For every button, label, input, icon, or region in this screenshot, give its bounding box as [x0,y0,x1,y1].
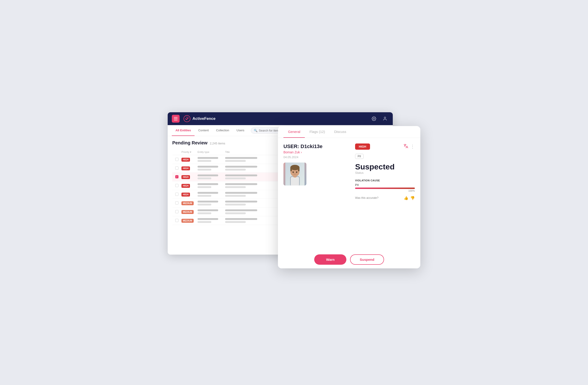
priority-badge: HIGH [181,175,190,179]
upload-date: 04.05.2024 [283,155,350,159]
priority-badge: HIGH [181,193,190,197]
detail-footer: Warn Suspend [278,251,420,268]
top-nav: ActiveFence [168,112,393,125]
priority-badge: MEDIUM [181,201,194,205]
detail-tab-discuss[interactable]: Discuss [330,126,351,138]
suspend-button[interactable]: Suspend [350,254,384,265]
svg-rect-23 [290,167,292,171]
progress-percent: 100% [355,189,415,192]
status-label: Status [355,171,415,175]
logo-text: ActiveFence [192,116,215,121]
tab-content[interactable]: Content [194,125,212,136]
tab-all-entities[interactable]: All Entities [172,125,194,136]
svg-point-25 [293,171,294,173]
row-checkbox[interactable] [175,158,178,161]
tab-collection[interactable]: Collection [212,125,233,136]
thumbs-down-icon[interactable]: 👎 [410,196,415,200]
violation-cause-title: VIOLATION CAUSE [355,179,415,182]
hamburger-line-3 [174,120,178,120]
pending-review-title: Pending Review [172,140,208,145]
settings-button[interactable] [370,115,378,122]
detail-tabs: General Flags (12) Discuss [278,126,420,138]
svg-point-2 [374,118,375,119]
nav-icons [370,115,389,122]
user-photo [283,162,306,185]
entity-type-header: Entity type [198,151,225,154]
priority-header[interactable]: Priority ▾ [181,151,198,154]
priority-badge: HIGH [181,158,190,162]
row-checkbox[interactable] [175,219,178,222]
thumbs-up-icon[interactable]: 👍 [404,196,408,200]
suspected-status: Suspected [355,162,415,171]
items-count: 2,245 items [210,142,225,145]
user-profile-button[interactable] [381,115,389,122]
priority-badge: HIGH [181,166,190,170]
svg-point-1 [186,117,188,118]
row-checkbox[interactable] [175,201,178,204]
row-checkbox[interactable] [175,210,178,213]
accuracy-row: Was this accurate? 👍 👎 [355,196,415,200]
detail-panel: General Flags (12) Discuss USER: D1cki13… [278,126,420,268]
detail-content: USER: D1cki13e Boman Zuk › 04.05.2024 [278,138,420,206]
priority-high-badge: HIGH [355,143,370,150]
detail-right: HIGH ⋮ [355,143,415,200]
progress-bar-wrapper [355,188,415,189]
detail-left: USER: D1cki13e Boman Zuk › 04.05.2024 [283,143,350,200]
detail-tab-general[interactable]: General [283,126,305,138]
logo-area: ActiveFence [183,115,367,122]
violation-name: PII [355,183,415,187]
activefence-logo-icon [183,115,191,122]
row-checkbox-checked[interactable]: ✓ [175,175,178,178]
hamburger-line-1 [174,117,178,118]
accuracy-question: Was this accurate? [355,196,378,200]
svg-point-3 [384,117,386,119]
right-actions: ⋮ [403,143,415,150]
svg-rect-19 [291,177,299,185]
priority-badge: HIGH [181,184,190,188]
tab-users[interactable]: Users [233,125,248,136]
user-id: USER: D1cki13e [283,143,350,149]
detail-tab-flags[interactable]: Flags (12) [305,126,330,138]
row-checkbox[interactable] [175,166,178,170]
user-name-link[interactable]: Boman Zuk › [283,150,350,154]
warn-button[interactable]: Warn [314,254,346,265]
more-options-icon[interactable]: ⋮ [410,144,415,149]
svg-point-26 [296,171,297,173]
pending-title: Pending Review 2,245 items [172,140,225,145]
row-checkbox[interactable] [175,184,178,187]
hamburger-line-2 [174,119,178,119]
violation-section: VIOLATION CAUSE PII 100% [355,179,415,192]
search-icon: 🔍 [254,129,257,132]
svg-point-0 [184,116,190,122]
progress-bar-fill [355,188,415,189]
translate-icon[interactable] [403,143,408,150]
detail-right-top: HIGH ⋮ [355,143,415,152]
priority-badge: MEDIUM [181,210,194,214]
accuracy-icons: 👍 👎 [404,196,415,200]
priority-badge: MEDIUM [181,219,194,223]
row-checkbox[interactable] [175,193,178,196]
pii-badge: PII [355,154,364,159]
hamburger-button[interactable] [172,115,180,122]
svg-rect-24 [298,167,299,171]
